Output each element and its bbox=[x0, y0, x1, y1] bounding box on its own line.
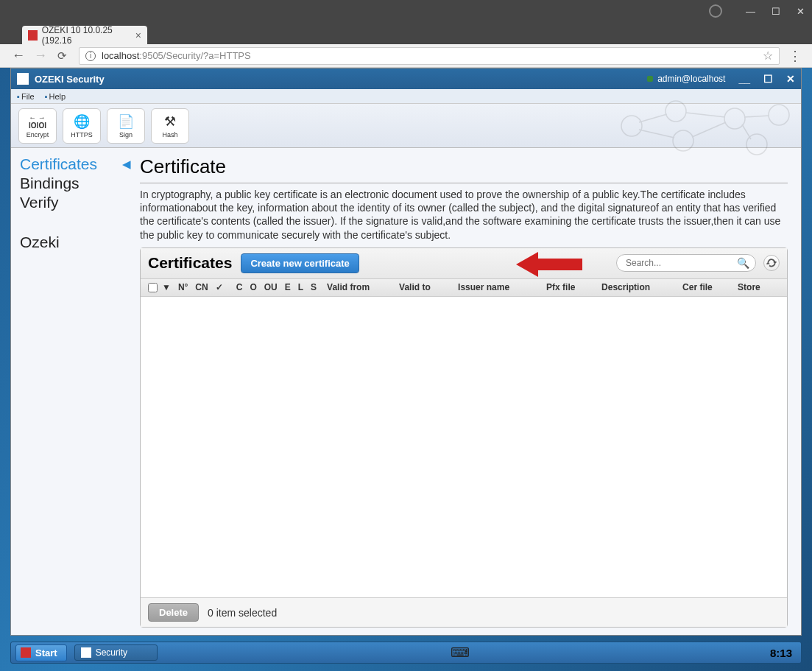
url-port: :9505 bbox=[139, 50, 163, 61]
col-e[interactable]: E bbox=[285, 282, 291, 292]
tab-favicon bbox=[28, 30, 38, 41]
col-cn[interactable]: CN bbox=[195, 282, 208, 292]
app-maximize-button[interactable]: ☐ bbox=[763, 73, 773, 85]
browser-menu-button[interactable]: ⋮ bbox=[785, 48, 805, 64]
browser-address-bar: ← → ⟳ i localhost:9505/Security/?a=HTTPS… bbox=[0, 44, 812, 68]
svg-point-1 bbox=[666, 101, 686, 122]
url-path: /Security/?a=HTTPS bbox=[163, 50, 251, 61]
selection-count: 0 item selected bbox=[208, 607, 277, 619]
sidebar-item-ozeki[interactable]: Ozeki bbox=[20, 233, 131, 251]
nav-forward-button: → bbox=[34, 48, 47, 63]
col-sort[interactable]: ▼ bbox=[162, 282, 171, 292]
svg-point-2 bbox=[673, 130, 693, 151]
app-titlebar: OZEKI Security admin@localhost __ ☐ ✕ bbox=[11, 68, 801, 89]
panel-footer: Delete 0 item selected bbox=[141, 597, 787, 627]
page-heading: Certificate bbox=[140, 155, 788, 183]
col-pfx[interactable]: Pfx file bbox=[546, 282, 594, 292]
search-input[interactable] bbox=[626, 258, 737, 268]
taskbar: Start Security ⌨ 8:13 bbox=[10, 642, 802, 664]
clock: 8:13 bbox=[770, 647, 797, 659]
nav-back-button[interactable]: ← bbox=[12, 48, 25, 63]
toolbar-https-button[interactable]: 🌐 HTTPS bbox=[63, 108, 101, 144]
svg-point-0 bbox=[621, 116, 642, 136]
page-description: In cryptography, a public key certificat… bbox=[140, 188, 788, 242]
col-cer[interactable]: Cer file bbox=[682, 282, 730, 292]
sidebar-item-bindings[interactable]: Bindings bbox=[20, 175, 131, 192]
red-arrow-annotation bbox=[516, 252, 582, 277]
refresh-icon bbox=[766, 258, 777, 268]
panel-title: Certificates bbox=[148, 254, 232, 272]
triangle-left-icon: ◀ bbox=[122, 158, 131, 171]
svg-line-7 bbox=[639, 130, 674, 138]
check-icon: ✓ bbox=[216, 282, 223, 292]
site-info-icon[interactable]: i bbox=[85, 51, 96, 61]
col-desc[interactable]: Description bbox=[601, 282, 675, 292]
app-title: OZEKI Security bbox=[35, 74, 105, 85]
col-valid-from[interactable]: Valid from bbox=[327, 282, 392, 292]
sidebar-item-label: Certificates bbox=[20, 155, 97, 173]
user-icon[interactable] bbox=[709, 4, 722, 18]
col-num[interactable]: N° bbox=[178, 282, 188, 292]
menu-file[interactable]: ▪File bbox=[17, 92, 35, 101]
grid-column-header: ▼ N° CN ✓ C O OU E L S Valid from Valid … bbox=[141, 279, 787, 297]
toolbar-encrypt-button[interactable]: ← →IOIOI Encrypt bbox=[18, 108, 57, 144]
app-icon bbox=[17, 73, 29, 85]
menu-help[interactable]: ▪Help bbox=[45, 92, 66, 101]
col-issuer[interactable]: Issuer name bbox=[458, 282, 539, 292]
encrypt-icon: ← →IOIOI bbox=[29, 113, 46, 130]
app-body: Certificates ◀ Bindings Verify Ozeki Cer… bbox=[11, 148, 801, 635]
svg-line-6 bbox=[639, 114, 667, 122]
toolbar-hash-button[interactable]: ⚒ Hash bbox=[151, 108, 189, 144]
status-dot-icon bbox=[647, 76, 653, 82]
os-close-button[interactable]: ✕ bbox=[797, 6, 805, 17]
sidebar-item-certificates[interactable]: Certificates ◀ bbox=[20, 155, 131, 173]
panel-header: Certificates Create new certificate 🔍 bbox=[141, 248, 787, 279]
bookmark-star-icon[interactable]: ☆ bbox=[763, 49, 773, 63]
search-box[interactable]: 🔍 bbox=[616, 254, 756, 272]
select-all-checkbox[interactable] bbox=[148, 283, 158, 292]
svg-line-10 bbox=[744, 116, 769, 117]
delete-button[interactable]: Delete bbox=[148, 603, 199, 622]
app-close-button[interactable]: ✕ bbox=[786, 73, 795, 85]
app-toolbar: ← →IOIOI Encrypt 🌐 HTTPS 📄 Sign ⚒ Hash bbox=[11, 104, 801, 148]
svg-line-9 bbox=[692, 122, 726, 137]
task-label: Security bbox=[96, 647, 127, 658]
tab-close-button[interactable]: × bbox=[135, 29, 141, 41]
document-icon: 📄 bbox=[118, 113, 134, 130]
keyboard-icon[interactable]: ⌨ bbox=[451, 644, 470, 661]
app-user[interactable]: admin@localhost bbox=[657, 74, 725, 84]
nav-reload-button[interactable]: ⟳ bbox=[57, 49, 67, 63]
app-window: OZEKI Security admin@localhost __ ☐ ✕ ▪F… bbox=[10, 68, 802, 636]
os-titlebar: — ☐ ✕ bbox=[0, 0, 812, 22]
grid-body bbox=[141, 297, 787, 597]
hammer-icon: ⚒ bbox=[164, 113, 176, 130]
search-icon[interactable]: 🔍 bbox=[737, 257, 749, 269]
col-store[interactable]: Store bbox=[738, 282, 760, 292]
browser-tab-bar: OZEKI 10 10.0.25 (192.16 × bbox=[0, 22, 812, 44]
start-icon bbox=[21, 647, 31, 658]
app-minimize-button[interactable]: __ bbox=[738, 73, 750, 85]
col-valid-to[interactable]: Valid to bbox=[399, 282, 451, 292]
col-c[interactable]: C bbox=[236, 282, 243, 292]
toolbar-sign-button[interactable]: 📄 Sign bbox=[107, 108, 145, 144]
tab-title: OZEKI 10 10.0.25 (192.16 bbox=[42, 25, 135, 46]
sidebar-item-verify[interactable]: Verify bbox=[20, 194, 131, 211]
network-decoration bbox=[610, 96, 801, 155]
col-s[interactable]: S bbox=[311, 282, 317, 292]
svg-marker-12 bbox=[516, 252, 582, 277]
task-icon bbox=[81, 647, 91, 658]
os-minimize-button[interactable]: — bbox=[746, 6, 755, 17]
browser-tab[interactable]: OZEKI 10 10.0.25 (192.16 × bbox=[22, 26, 147, 44]
col-o[interactable]: O bbox=[250, 282, 256, 292]
os-maximize-button[interactable]: ☐ bbox=[772, 6, 780, 17]
url-input[interactable]: i localhost:9505/Security/?a=HTTPS ☆ bbox=[79, 47, 780, 65]
create-certificate-button[interactable]: Create new certificate bbox=[241, 253, 359, 273]
refresh-button[interactable] bbox=[763, 255, 780, 271]
sidebar: Certificates ◀ Bindings Verify Ozeki bbox=[11, 148, 140, 635]
content: Certificate In cryptography, a public ke… bbox=[140, 148, 801, 635]
start-button[interactable]: Start bbox=[15, 644, 67, 661]
globe-icon: 🌐 bbox=[74, 113, 90, 130]
col-l[interactable]: L bbox=[298, 282, 303, 292]
taskbar-item-security[interactable]: Security bbox=[74, 644, 158, 661]
col-ou[interactable]: OU bbox=[264, 282, 278, 292]
